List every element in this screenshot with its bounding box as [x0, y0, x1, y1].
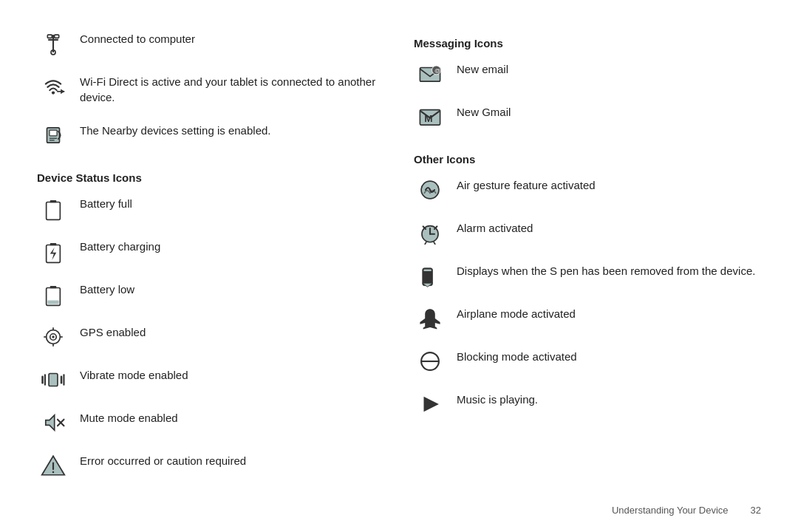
footer: Understanding Your Device 32: [612, 505, 761, 516]
list-item: Displays when the S pen has been removed…: [414, 262, 761, 288]
battery-low-icon: [37, 280, 69, 307]
list-item: Vibrate mode enabled: [37, 366, 384, 392]
spen-label: Displays when the S pen has been removed…: [457, 262, 761, 279]
list-item: Alarm activated: [414, 219, 761, 245]
list-item: Battery low: [37, 280, 384, 307]
alarm-label: Alarm activated: [457, 219, 761, 236]
list-item: @ New email: [414, 60, 761, 86]
svg-rect-11: [47, 202, 61, 220]
music-label: Music is playing.: [457, 390, 761, 407]
email-icon: @: [414, 60, 446, 86]
svg-rect-2: [47, 35, 52, 38]
other-icons-header: Other Icons: [414, 153, 761, 166]
svg-rect-52: [424, 270, 432, 272]
wifi-direct-icon: [37, 72, 69, 99]
airplane-icon: [414, 304, 446, 331]
battery-full-label: Battery full: [80, 194, 384, 211]
svg-text:@: @: [434, 67, 440, 74]
error-icon: [37, 451, 69, 478]
list-item: Mute mode enabled: [37, 409, 384, 435]
air-gesture-label: Air gesture feature activated: [457, 176, 761, 193]
list-item: M New Gmail: [414, 103, 761, 129]
vibrate-label: Vibrate mode enabled: [80, 366, 384, 383]
svg-point-21: [52, 335, 54, 338]
right-column: Messaging Icons @ New email M: [406, 30, 761, 502]
nearby-icon: [37, 121, 69, 148]
left-column: Connected to computer Wi-Fi Direct is ac…: [37, 30, 406, 502]
battery-charging-icon: [37, 237, 69, 264]
spen-icon: [414, 262, 446, 288]
list-item: Connected to computer: [37, 30, 384, 56]
gps-icon: [37, 323, 69, 349]
wifi-direct-label: Wi-Fi Direct is active and your tablet i…: [80, 72, 384, 105]
svg-rect-26: [49, 374, 58, 386]
gps-label: GPS enabled: [80, 323, 384, 340]
svg-rect-17: [50, 286, 57, 288]
usb-icon: [37, 30, 69, 56]
usb-label: Connected to computer: [80, 30, 384, 47]
list-item: GPS enabled: [37, 323, 384, 349]
blocking-icon: [414, 347, 446, 374]
list-item: Air gesture feature activated: [414, 176, 761, 202]
mute-icon: [37, 409, 69, 435]
svg-rect-8: [50, 130, 57, 136]
svg-line-48: [425, 242, 426, 245]
footer-label: Understanding Your Device: [612, 505, 729, 516]
list-item: Airplane mode activated: [414, 304, 761, 331]
svg-rect-3: [55, 35, 59, 38]
list-item: Wi-Fi Direct is active and your tablet i…: [37, 72, 384, 105]
list-item: The Nearby devices setting is enabled.: [37, 121, 384, 148]
nearby-label: The Nearby devices setting is enabled.: [80, 121, 384, 138]
vibrate-icon: [37, 366, 69, 392]
svg-rect-18: [47, 301, 58, 304]
mute-label: Mute mode enabled: [80, 409, 384, 426]
battery-full-icon: [37, 194, 69, 221]
svg-rect-12: [50, 200, 57, 202]
svg-marker-31: [46, 415, 55, 430]
new-email-label: New email: [457, 60, 761, 77]
list-item: Error occurred or caution required: [37, 451, 384, 478]
alarm-icon: [414, 219, 446, 245]
new-gmail-label: New Gmail: [457, 103, 761, 120]
messaging-header: Messaging Icons: [414, 37, 761, 50]
list-item: Blocking mode activated: [414, 347, 761, 374]
blocking-label: Blocking mode activated: [457, 347, 761, 364]
gmail-icon: M: [414, 103, 446, 129]
list-item: Battery full: [37, 194, 384, 221]
svg-point-5: [52, 91, 55, 94]
svg-text:M: M: [424, 113, 432, 124]
music-icon: [414, 390, 446, 417]
airplane-label: Airplane mode activated: [457, 304, 761, 321]
list-item: Battery charging: [37, 237, 384, 264]
air-gesture-icon: [414, 176, 446, 202]
svg-point-36: [52, 471, 55, 474]
svg-marker-15: [50, 248, 57, 260]
list-item: Music is playing.: [414, 390, 761, 417]
svg-marker-55: [424, 397, 439, 412]
battery-charging-label: Battery charging: [80, 237, 384, 254]
svg-line-49: [434, 242, 435, 245]
battery-low-label: Battery low: [80, 280, 384, 297]
error-label: Error occurred or caution required: [80, 451, 384, 468]
device-status-header: Device Status Icons: [37, 171, 384, 184]
footer-page: 32: [751, 505, 761, 516]
svg-rect-14: [50, 243, 57, 245]
